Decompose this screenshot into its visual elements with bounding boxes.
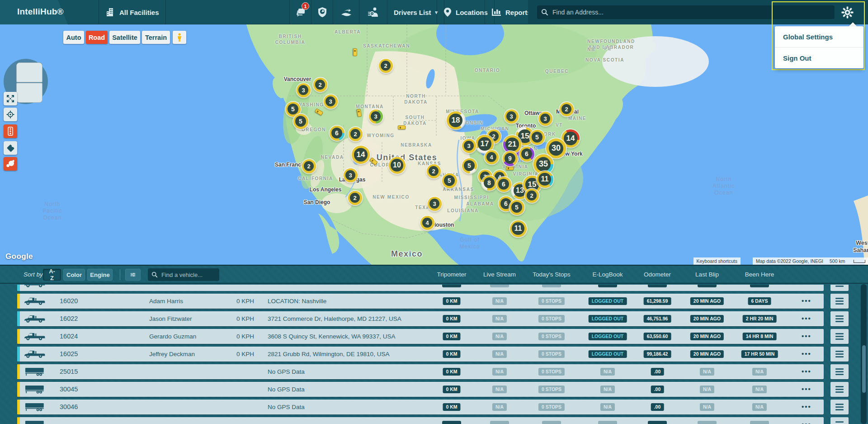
map-cluster[interactable]: 11 [510, 220, 527, 237]
map-cluster[interactable]: 3 [538, 112, 552, 126]
map-cluster[interactable]: 3 [369, 110, 383, 124]
row-menu-ellipsis[interactable]: ••• [802, 311, 811, 326]
map-cluster[interactable]: 3 [462, 139, 476, 153]
map-cluster[interactable]: 5 [293, 114, 308, 129]
all-facilities-button[interactable]: All Facilities [99, 0, 166, 24]
row-drag-handle[interactable] [830, 285, 849, 291]
row-menu-ellipsis[interactable]: ••• [802, 294, 811, 309]
row-drag-handle[interactable] [830, 311, 849, 326]
row-drag-handle[interactable] [830, 294, 849, 309]
map-cluster[interactable]: 2 [560, 102, 574, 116]
vehicle-row-card[interactable]: 16022Jason Fitzwater0 KPH3721 Commerce D… [17, 311, 824, 326]
map-cluster[interactable]: 6 [519, 147, 534, 162]
fullscreen-button[interactable] [4, 92, 17, 105]
row-menu-ellipsis[interactable]: ••• [802, 417, 811, 424]
table-row[interactable]: 16022Jason Fitzwater0 KPH3721 Commerce D… [17, 311, 868, 326]
map-cluster[interactable]: 11 [537, 171, 553, 188]
vehicle-row-card[interactable]: 30046No GPS Data0 KMN/A0 STOPSN/A.00N/AN… [17, 400, 824, 414]
driver-behavior-button[interactable] [359, 0, 387, 24]
map-cluster[interactable]: 2 [349, 127, 363, 141]
vehicle-row-card[interactable]: 16020Adam Harris0 KPHLOCATION: Nashville… [17, 294, 824, 309]
map-type-auto-button[interactable]: Auto [63, 31, 84, 44]
map-cluster[interactable]: 21 [503, 135, 521, 153]
labels-button[interactable] [4, 141, 17, 155]
map[interactable]: ALBERTABRITISH COLUMBIASASKATCHEWANONTAR… [0, 24, 868, 265]
clusters-button[interactable] [4, 157, 17, 171]
row-drag-handle[interactable] [830, 364, 849, 379]
map-type-road-button[interactable]: Road [86, 31, 108, 44]
map-cluster[interactable]: 14 [352, 146, 370, 164]
settings-button[interactable] [841, 6, 854, 20]
map-cluster[interactable]: 8 [482, 176, 497, 191]
sort-engine-button[interactable]: Engine [87, 269, 113, 281]
map-cluster[interactable]: 4 [485, 150, 499, 164]
dispatch-button[interactable] [333, 0, 359, 24]
sort-color-button[interactable]: Color [63, 269, 85, 281]
pegman-button[interactable] [173, 31, 186, 44]
zoom-in-pad[interactable] [16, 62, 42, 82]
map-cluster[interactable]: 2 [302, 159, 316, 173]
sort-az-button[interactable]: A-Z [43, 269, 61, 281]
map-type-terrain-button[interactable]: Terrain [142, 31, 170, 44]
row-drag-handle[interactable] [830, 347, 849, 362]
list-scrollbar[interactable] [861, 284, 867, 424]
zoom-out-pad[interactable] [16, 83, 42, 103]
table-row[interactable]: 30045No GPS Data0 KMN/A0 STOPSN/A.00N/AN… [17, 382, 868, 397]
table-row[interactable]: 16020Adam Harris0 KPHLOCATION: Nashville… [17, 294, 868, 309]
map-cluster[interactable]: 2 [313, 78, 327, 92]
traffic-button[interactable] [4, 124, 17, 138]
map-cluster[interactable]: 10 [389, 157, 406, 174]
messages-button[interactable]: 1 [289, 0, 311, 24]
row-menu-ellipsis[interactable]: ••• [802, 400, 811, 414]
map-cluster[interactable]: 6 [330, 126, 344, 141]
map-cluster[interactable]: 6 [496, 177, 511, 192]
menu-item-sign-out[interactable]: Sign Out [775, 48, 863, 68]
vehicle-row-card[interactable]: ••• [17, 285, 824, 291]
map-cluster[interactable]: 3 [505, 110, 519, 124]
address-search-input[interactable] [537, 5, 835, 19]
map-cluster[interactable]: 2 [379, 59, 393, 73]
table-row[interactable]: 25015No GPS Data0 KMN/A0 STOPSN/A.00N/AN… [17, 364, 868, 379]
table-row[interactable]: ••• [17, 285, 868, 291]
truck-marker[interactable] [353, 48, 357, 56]
filter-button[interactable] [125, 269, 141, 281]
map-cluster[interactable]: 5 [442, 173, 457, 188]
map-cluster[interactable]: 5 [530, 130, 545, 145]
keyboard-shortcuts-link[interactable]: Keyboard shortcuts [693, 257, 741, 265]
row-menu-ellipsis[interactable]: ••• [802, 285, 811, 291]
table-row[interactable]: 30046No GPS Data0 KMN/A0 STOPSN/A.00N/AN… [17, 400, 868, 414]
table-row[interactable]: 16025Jeffrey Deckman0 KPH2821 Grubb Rd, … [17, 347, 868, 362]
row-drag-handle[interactable] [830, 400, 849, 414]
vehicle-row-card[interactable]: 30045No GPS Data0 KMN/A0 STOPSN/A.00N/AN… [17, 382, 824, 397]
locate-button[interactable] [4, 108, 17, 121]
map-cluster[interactable]: 2 [348, 191, 362, 205]
row-drag-handle[interactable] [830, 329, 849, 344]
list-scrollbar-thumb[interactable] [862, 345, 866, 393]
map-cluster[interactable]: 5 [509, 200, 524, 215]
map-cluster[interactable]: 2 [427, 164, 441, 178]
map-cluster[interactable]: 4 [420, 216, 434, 230]
row-menu-ellipsis[interactable]: ••• [802, 347, 811, 362]
map-cluster[interactable]: 9 [503, 151, 518, 166]
map-cluster[interactable]: 3 [324, 95, 338, 109]
map-cluster[interactable]: 30 [546, 138, 566, 158]
map-cluster[interactable]: 3 [428, 197, 442, 211]
map-cluster[interactable]: 2 [525, 189, 539, 203]
truck-marker[interactable] [506, 166, 514, 170]
row-menu-ellipsis[interactable]: ••• [802, 364, 811, 379]
vehicle-row-card[interactable]: ••• [17, 417, 824, 424]
vehicle-search-input[interactable] [148, 268, 219, 281]
menu-item-global-settings[interactable]: Global Settings [775, 26, 863, 47]
map-cluster[interactable]: 18 [447, 111, 465, 129]
row-menu-ellipsis[interactable]: ••• [802, 329, 811, 344]
truck-marker[interactable] [398, 125, 406, 129]
table-row[interactable]: 16024Gerardo Guzman0 KPH3608 S Quincy St… [17, 329, 868, 344]
vehicle-row-card[interactable]: 25015No GPS Data0 KMN/A0 STOPSN/A.00N/AN… [17, 364, 824, 379]
row-drag-handle[interactable] [830, 382, 849, 397]
vehicle-row-card[interactable]: 16025Jeffrey Deckman0 KPH2821 Grubb Rd, … [17, 347, 824, 362]
safety-button[interactable] [311, 0, 333, 24]
map-type-satellite-button[interactable]: Satellite [109, 31, 140, 44]
map-cluster[interactable]: 5 [462, 158, 477, 173]
row-drag-handle[interactable] [830, 417, 849, 424]
table-row[interactable]: ••• [17, 417, 868, 424]
